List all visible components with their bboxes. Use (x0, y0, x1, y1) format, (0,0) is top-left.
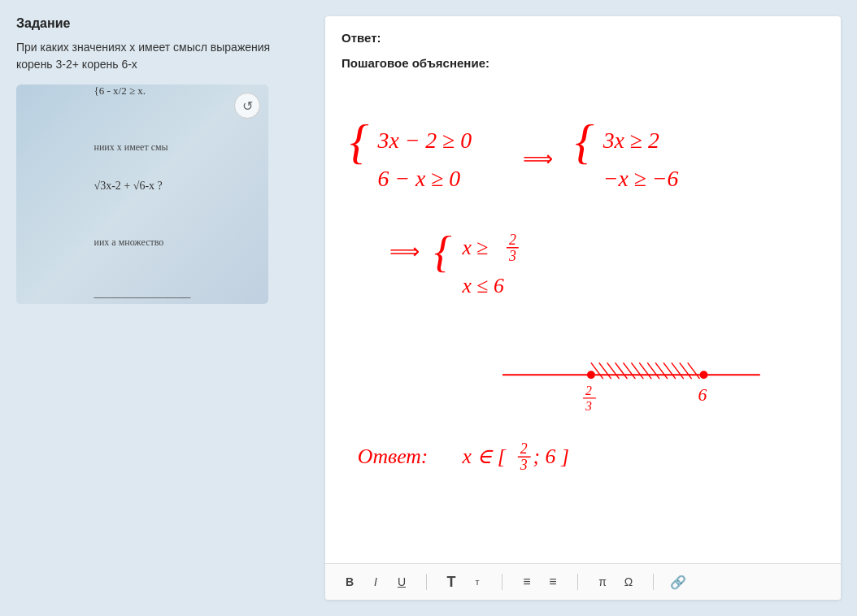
svg-text:2: 2 (509, 232, 516, 248)
task-description: При каких значениях х имеет смысл выраже… (16, 39, 309, 73)
svg-text:−x ≥ −6: −x ≥ −6 (603, 166, 679, 191)
svg-text:2: 2 (585, 384, 592, 397)
task-title: Задание (16, 16, 309, 31)
svg-text:x ≤ 6: x ≤ 6 (462, 274, 504, 297)
toolbar: B I U T т ≡ ≡ π Ω 🔗 (325, 563, 841, 600)
svg-text:{: { (434, 227, 452, 276)
svg-text:{: { (575, 115, 594, 168)
svg-text:2: 2 (520, 440, 528, 457)
text-large-button[interactable]: T (440, 570, 463, 593)
italic-button[interactable]: I (364, 570, 387, 593)
pi-button[interactable]: π (591, 570, 614, 593)
svg-text:x ≥: x ≥ (462, 236, 489, 259)
svg-text:6 − x ≥ 0: 6 − x ≥ 0 (378, 166, 461, 191)
task-image: ↺ {6 - x/2 ≥ x. ниих х имеет смы √3x-2 +… (16, 85, 268, 304)
ordered-list-button[interactable]: ≡ (516, 570, 538, 593)
answer-area: Ответ: Пошаговое объяснение: { 3x − 2 ≥ … (325, 16, 841, 563)
svg-text:; 6 ]: ; 6 ] (533, 445, 569, 468)
divider-2 (502, 574, 502, 590)
math-solution-drawing: { 3x − 2 ≥ 0 6 − x ≥ 0 ⟹ { 3x ≥ 2 −x ≥ −… (341, 83, 824, 538)
image-placeholder: ↺ {6 - x/2 ≥ x. ниих х имеет смы √3x-2 +… (16, 85, 268, 304)
right-panel: Ответ: Пошаговое объяснение: { 3x − 2 ≥ … (325, 16, 841, 600)
divider-3 (577, 574, 578, 590)
left-panel: Задание При каких значениях х имеет смыс… (16, 16, 309, 600)
svg-point-28 (587, 371, 595, 379)
bold-button[interactable]: B (338, 570, 361, 593)
divider-1 (426, 574, 427, 590)
link-button[interactable]: 🔗 (667, 570, 690, 593)
svg-text:3: 3 (508, 248, 516, 264)
answer-label: Ответ: (341, 31, 824, 45)
unordered-list-button[interactable]: ≡ (542, 570, 564, 593)
step-label: Пошаговое объяснение: (341, 56, 824, 70)
link-group: 🔗 (667, 570, 690, 593)
svg-text:3: 3 (585, 399, 592, 413)
svg-text:3x ≥ 2: 3x ≥ 2 (603, 128, 659, 153)
format-group: B I U (338, 570, 413, 593)
svg-text:3x − 2 ≥ 0: 3x − 2 ≥ 0 (377, 128, 472, 153)
refresh-button[interactable]: ↺ (234, 93, 260, 119)
svg-text:⟹: ⟹ (523, 147, 553, 171)
divider-4 (653, 574, 654, 590)
svg-point-29 (700, 371, 708, 379)
image-math-content: {6 - x/2 ≥ x. ниих х имеет смы √3x-2 + √… (94, 85, 190, 304)
underline-button[interactable]: U (390, 570, 413, 593)
svg-text:x ∈ [: x ∈ [ (462, 445, 507, 468)
text-size-group: T т (440, 570, 489, 593)
symbol-group: π Ω (591, 570, 640, 593)
omega-button[interactable]: Ω (617, 570, 640, 593)
svg-text:3: 3 (520, 457, 528, 473)
svg-text:⟹: ⟹ (389, 240, 420, 263)
list-group: ≡ ≡ (516, 570, 564, 593)
svg-text:{: { (350, 115, 369, 168)
svg-text:Ответ:: Ответ: (358, 445, 428, 468)
text-small-button[interactable]: т (466, 570, 489, 593)
svg-text:6: 6 (698, 385, 707, 405)
